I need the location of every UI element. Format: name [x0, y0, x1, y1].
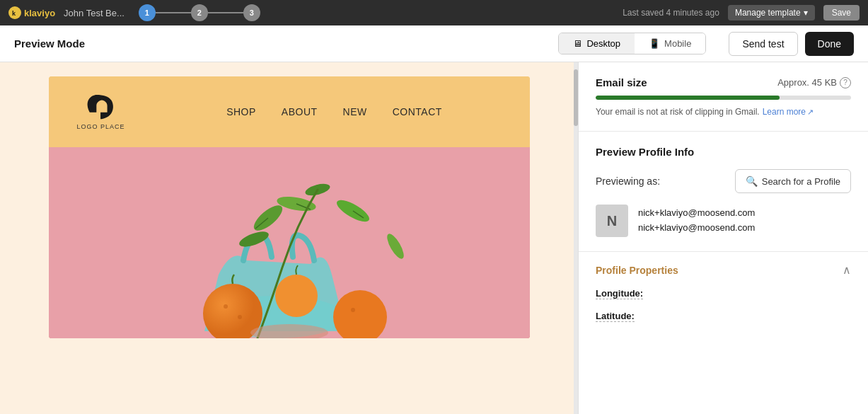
- preview-mode-label: Preview Mode: [14, 38, 85, 50]
- svg-point-6: [224, 304, 228, 309]
- chevron-up-icon: ∧: [843, 263, 851, 277]
- email-size-row: Email size Approx. 45 KB ?: [596, 76, 851, 88]
- email-size-label: Email size: [596, 76, 647, 88]
- svg-point-9: [351, 308, 355, 312]
- nav-new: NEW: [343, 106, 367, 117]
- user-email-primary: nick+klaviyo@moosend.com: [638, 206, 755, 221]
- device-toggle: 🖥 Desktop 📱 Mobile: [558, 33, 706, 54]
- search-profile-button[interactable]: 🔍 Search for a Profile: [735, 169, 851, 193]
- scroll-thumb[interactable]: [574, 69, 578, 126]
- desktop-icon: 🖥: [573, 38, 582, 49]
- right-panel: Email size Approx. 45 KB ? Your email is…: [578, 62, 868, 414]
- email-header: LOGO PLACE SHOP ABOUT NEW CONTACT: [49, 76, 530, 147]
- document-title: John Test Be...: [64, 8, 125, 18]
- preview-bar: Preview Mode 🖥 Desktop 📱 Mobile Send tes…: [0, 25, 868, 62]
- svg-point-7: [238, 315, 242, 319]
- previewing-label: Previewing as:: [596, 176, 660, 187]
- learn-more-link[interactable]: Learn more ↗: [763, 107, 814, 117]
- clipping-message: Your email is not at risk of clipping in…: [596, 107, 851, 117]
- svg-point-10: [275, 275, 318, 317]
- latitude-row: Latitude:: [596, 309, 851, 322]
- profile-email-info: nick+klaviyo@moosend.com nick+klaviyo@mo…: [638, 206, 755, 236]
- mobile-icon: 📱: [649, 38, 660, 49]
- step-line-2: [208, 12, 243, 13]
- logo-place-text: LOGO PLACE: [77, 123, 125, 130]
- dropdown-arrow-icon: ▾: [804, 8, 808, 18]
- email-logo: LOGO PLACE: [77, 93, 125, 130]
- top-navigation-bar: k klaviyo John Test Be... 1 2 3 Last sav…: [0, 0, 868, 25]
- email-card: LOGO PLACE SHOP ABOUT NEW CONTACT: [49, 76, 530, 338]
- external-link-icon: ↗: [807, 108, 814, 117]
- email-size-progress-bar: [596, 96, 851, 100]
- longitude-label: Longitude:: [596, 288, 643, 299]
- manage-template-button[interactable]: Manage template ▾: [728, 5, 815, 21]
- step-1[interactable]: 1: [139, 4, 156, 21]
- step-3[interactable]: 3: [243, 4, 260, 21]
- avatar: N: [596, 205, 628, 237]
- preview-actions: Send test Done: [729, 32, 854, 56]
- progress-fill: [596, 96, 780, 100]
- email-preview-area: LOGO PLACE SHOP ABOUT NEW CONTACT: [0, 62, 578, 414]
- nav-shop: SHOP: [226, 106, 256, 117]
- profile-properties-section: Profile Properties ∧ Longitude: Latitude…: [579, 252, 868, 333]
- save-button[interactable]: Save: [823, 5, 860, 21]
- hero-background: [49, 147, 530, 338]
- email-nav-menu: SHOP ABOUT NEW CONTACT: [168, 106, 502, 117]
- send-test-button[interactable]: Send test: [729, 32, 797, 56]
- step-2[interactable]: 2: [191, 4, 208, 21]
- done-button[interactable]: Done: [805, 32, 854, 56]
- email-size-section: Email size Approx. 45 KB ? Your email is…: [579, 62, 868, 132]
- email-content: LOGO PLACE SHOP ABOUT NEW CONTACT: [49, 76, 530, 338]
- step-indicator: 1 2 3: [139, 4, 260, 21]
- main-layout: LOGO PLACE SHOP ABOUT NEW CONTACT: [0, 62, 868, 414]
- info-icon[interactable]: ?: [840, 77, 851, 88]
- logo-svg: [83, 93, 119, 122]
- auto-save-status: Last saved 4 minutes ago: [623, 8, 719, 18]
- desktop-button[interactable]: 🖥 Desktop: [559, 33, 635, 54]
- email-size-value: Approx. 45 KB ?: [777, 77, 851, 88]
- preview-profile-info-section: Preview Profile Info Previewing as: 🔍 Se…: [579, 132, 868, 252]
- profile-section-title: Preview Profile Info: [596, 146, 851, 158]
- nav-about: ABOUT: [282, 106, 318, 117]
- step-line-1: [156, 12, 191, 13]
- scrollbar[interactable]: [574, 62, 578, 414]
- mobile-button[interactable]: 📱 Mobile: [635, 33, 705, 54]
- latitude-label: Latitude:: [596, 311, 635, 322]
- hero-illustration: [49, 147, 530, 338]
- search-icon: 🔍: [746, 176, 758, 187]
- previewing-row: Previewing as: 🔍 Search for a Profile: [596, 169, 851, 193]
- email-hero: [49, 147, 530, 338]
- nav-contact: CONTACT: [393, 106, 442, 117]
- logo: k klaviyo: [8, 6, 55, 19]
- user-email-secondary: nick+klaviyo@moosend.com: [638, 221, 755, 236]
- logo-text: klaviyo: [24, 8, 55, 18]
- profile-user-row: N nick+klaviyo@moosend.com nick+klaviyo@…: [596, 205, 851, 237]
- properties-header[interactable]: Profile Properties ∧: [596, 263, 851, 277]
- longitude-row: Longitude:: [596, 287, 851, 299]
- properties-title: Profile Properties: [596, 265, 678, 276]
